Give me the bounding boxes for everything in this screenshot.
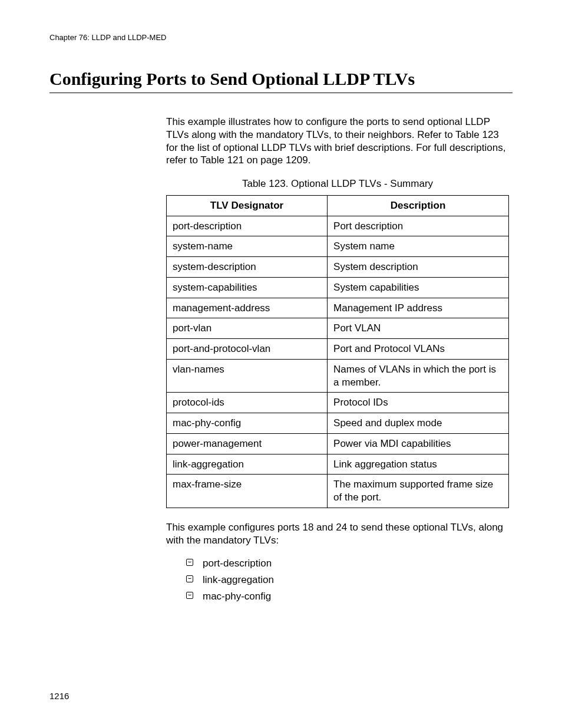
section-title: Configuring Ports to Send Optional LLDP … [49,69,513,89]
example-intro: This example configures ports 18 and 24 … [166,521,509,547]
td-description: Names of VLANs in which the port is a me… [328,359,509,393]
table-caption: Table 123. Optional LLDP TLVs - Summary [166,177,509,190]
td-description: Link aggregation status [328,454,509,475]
td-designator: protocol-ids [167,393,328,413]
page-number: 1216 [49,691,69,701]
table-row: max-frame-sizeThe maximum supported fram… [167,475,509,508]
list-item: mac-phy-config [186,590,509,603]
table-row: mac-phy-configSpeed and duplex mode [167,413,509,434]
td-designator: system-description [167,257,328,278]
list-item-label: link-aggregation [203,574,274,585]
table-row: port-and-protocol-vlanPort and Protocol … [167,339,509,360]
td-description: System name [328,236,509,257]
table-row: system-nameSystem name [167,236,509,257]
td-designator: system-capabilities [167,277,328,298]
table-row: vlan-namesNames of VLANs in which the po… [167,359,509,393]
table-row: management-addressManagement IP address [167,298,509,318]
td-designator: port-and-protocol-vlan [167,339,328,360]
td-designator: mac-phy-config [167,413,328,434]
td-description: Port description [328,216,509,236]
td-designator: power-management [167,433,328,454]
tlv-table: TLV Designator Description port-descript… [166,195,509,508]
td-description: Port and Protocol VLANs [328,339,509,360]
td-description: System capabilities [328,277,509,298]
table-header-row: TLV Designator Description [167,195,509,216]
body-column: This example illustrates how to configur… [166,116,509,603]
list-item: port-description [186,557,509,570]
td-designator: port-vlan [167,318,328,339]
th-description: Description [328,195,509,216]
table-row: port-descriptionPort description [167,216,509,236]
bullet-icon [186,575,193,582]
table-row: power-managementPower via MDI capabiliti… [167,433,509,454]
page: Chapter 76: LLDP and LLDP-MED Configurin… [0,0,562,728]
td-description: Protocol IDs [328,393,509,413]
bullet-icon [186,592,193,599]
th-designator: TLV Designator [167,195,328,216]
td-description: System description [328,257,509,278]
td-description: The maximum supported frame size of the … [328,475,509,508]
td-description: Power via MDI capabilities [328,433,509,454]
td-designator: system-name [167,236,328,257]
bullet-icon [186,559,193,566]
td-designator: vlan-names [167,359,328,393]
intro-paragraph: This example illustrates how to configur… [166,116,509,167]
td-designator: port-description [167,216,328,236]
list-item: link-aggregation [186,574,509,587]
td-description: Management IP address [328,298,509,318]
running-head: Chapter 76: LLDP and LLDP-MED [49,33,513,42]
td-designator: link-aggregation [167,454,328,475]
td-description: Speed and duplex mode [328,413,509,434]
table-row: system-descriptionSystem description [167,257,509,278]
title-rule [49,93,513,93]
table-row: protocol-idsProtocol IDs [167,393,509,413]
bullet-list: port-descriptionlink-aggregationmac-phy-… [186,557,509,602]
td-description: Port VLAN [328,318,509,339]
td-designator: max-frame-size [167,475,328,508]
td-designator: management-address [167,298,328,318]
table-row: link-aggregationLink aggregation status [167,454,509,475]
list-item-label: port-description [203,558,272,569]
table-row: port-vlanPort VLAN [167,318,509,339]
list-item-label: mac-phy-config [203,591,271,602]
table-row: system-capabilitiesSystem capabilities [167,277,509,298]
